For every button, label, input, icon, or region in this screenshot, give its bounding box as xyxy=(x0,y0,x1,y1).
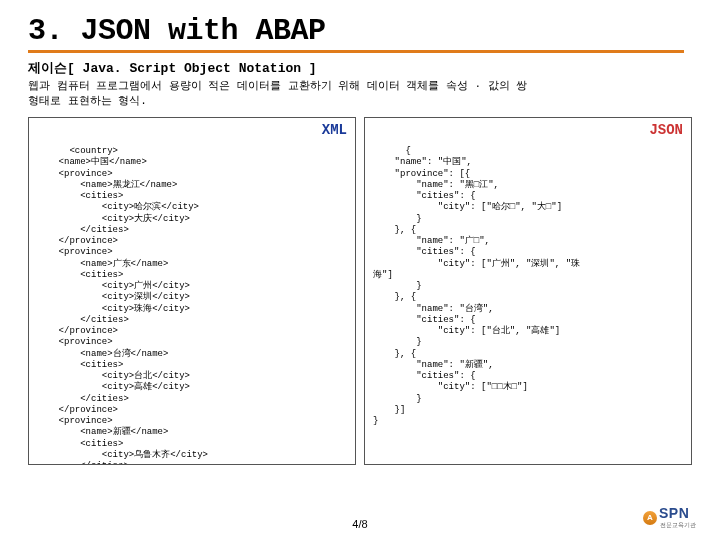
subtitle: 제이슨[ Java. Script Object Notation ] xyxy=(28,59,692,77)
logo-text: SPN xyxy=(659,505,696,521)
logo-text-wrap: SPN 전문교육기관 xyxy=(659,505,696,530)
slide-title: 3. JSON with ABAP xyxy=(28,14,692,48)
code-columns: XML <country> <name>中国</name> <province>… xyxy=(28,117,692,465)
xml-label: XML xyxy=(322,122,347,140)
logo-tagline: 전문교육기관 xyxy=(660,521,696,530)
description: 웹과 컴퓨터 프로그램에서 용량이 적은 데이터를 교환하기 위해 데이터 객체… xyxy=(28,79,692,109)
xml-code-box: XML <country> <name>中国</name> <province>… xyxy=(28,117,356,465)
json-code-box: JSON { "name": "中国", "province": [{ "nam… xyxy=(364,117,692,465)
slide: 3. JSON with ABAP 제이슨[ Java. Script Obje… xyxy=(0,0,720,540)
page-number: 4/8 xyxy=(0,518,720,530)
footer-logo: A SPN 전문교육기관 xyxy=(643,505,696,530)
logo-icon: A xyxy=(643,511,657,525)
xml-code: <country> <name>中国</name> <province> <na… xyxy=(37,146,208,465)
title-divider xyxy=(28,50,684,53)
json-code: { "name": "中国", "province": [{ "name": "… xyxy=(373,146,580,426)
json-label: JSON xyxy=(649,122,683,140)
